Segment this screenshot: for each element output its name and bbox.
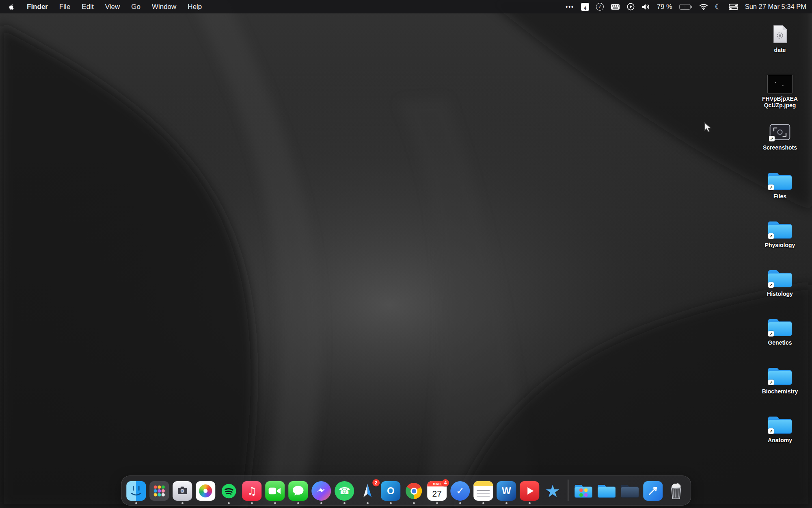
dock-messages[interactable] xyxy=(288,481,308,501)
dock-navigation[interactable]: 2 xyxy=(358,481,377,501)
dock-shared-app[interactable] xyxy=(643,481,663,501)
menu-file[interactable]: File xyxy=(59,3,70,11)
running-indicator xyxy=(135,502,137,504)
desktop-icon-screenshots[interactable]: ↗ Screenshots xyxy=(749,116,810,165)
folder-icon: ↗ xyxy=(767,360,793,386)
alias-arrow-icon: ↗ xyxy=(768,380,774,385)
desktop-icon-label: Anatomy xyxy=(768,437,792,443)
dock-notes[interactable] xyxy=(473,481,493,501)
calendar-day: 27 xyxy=(427,486,447,501)
word-letter: W xyxy=(502,485,511,497)
launchpad-icon xyxy=(149,481,169,501)
desktop-icon-column: date FHVpBjpXEAQcUZp.jpeg ↗ Screenshots … xyxy=(749,19,810,458)
running-indicator xyxy=(390,502,392,504)
dock-separator xyxy=(568,480,568,501)
alias-arrow-icon: ↗ xyxy=(768,331,774,336)
control-center-icon[interactable] xyxy=(729,4,738,10)
charging-bolt-icon xyxy=(680,4,690,9)
notification-badge: 2 xyxy=(372,479,380,486)
desktop-icon-label: Genetics xyxy=(768,339,792,346)
dock-documents-folder[interactable] xyxy=(597,481,616,501)
running-indicator xyxy=(320,502,322,504)
folder-icon: ↗ xyxy=(767,311,793,337)
dock-trash[interactable] xyxy=(666,481,686,501)
overflow-menu-icon[interactable]: ••• xyxy=(566,4,574,10)
dock-messenger[interactable] xyxy=(311,481,331,501)
trash-icon xyxy=(666,481,686,501)
running-indicator xyxy=(251,502,253,504)
running-indicator xyxy=(482,502,484,504)
dock-applications-folder[interactable] xyxy=(574,481,593,501)
desktop-icon-physiology[interactable]: ↗ Physiology xyxy=(749,214,810,263)
alias-arrow-icon: ↗ xyxy=(769,136,775,141)
things-checkmark-icon: ✓ xyxy=(450,481,470,501)
menu-edit[interactable]: Edit xyxy=(82,3,93,11)
desktop-icon-jpeg[interactable]: FHVpBjpXEAQcUZp.jpeg xyxy=(749,67,810,116)
music-note-icon: ♫ xyxy=(247,486,257,496)
wifi-menu-icon[interactable] xyxy=(699,3,708,10)
desktop-icon-genetics[interactable]: ↗ Genetics xyxy=(749,311,810,360)
desktop-icon-histology[interactable]: ↗ Histology xyxy=(749,263,810,311)
tasks-menu-icon[interactable]: ✓ xyxy=(596,3,604,11)
apple-music-icon: ♫ xyxy=(242,481,261,501)
facetime-icon xyxy=(265,481,285,501)
battery-icon[interactable] xyxy=(679,4,692,10)
active-app-menu[interactable]: Finder xyxy=(27,3,48,11)
folder-icon: ↗ xyxy=(767,165,793,191)
running-indicator xyxy=(413,502,415,504)
apple-menu-icon[interactable] xyxy=(8,3,17,11)
alias-arrow-icon: ↗ xyxy=(768,282,774,288)
desktop-icon-files[interactable]: ↗ Files xyxy=(749,165,810,214)
screenshots-app-icon: ↗ xyxy=(768,116,792,142)
dock-things[interactable]: ✓ xyxy=(450,481,470,501)
running-indicator xyxy=(436,502,438,504)
dock-downloads-folder[interactable] xyxy=(620,481,639,501)
dock-launchpad[interactable] xyxy=(149,481,169,501)
alias-arrow-icon: ↗ xyxy=(768,233,774,239)
dock-word[interactable]: W xyxy=(497,481,516,501)
dock-finder[interactable] xyxy=(126,481,146,501)
dock-whatsapp[interactable]: ☎ xyxy=(335,481,354,501)
keyboard-menu-icon[interactable] xyxy=(611,4,620,10)
desktop-icon-date[interactable]: date xyxy=(749,19,810,67)
menu-help[interactable]: Help xyxy=(188,3,202,11)
dock-calendar[interactable]: MAR 27 4 xyxy=(427,481,447,501)
folder-icon: ↗ xyxy=(767,263,793,289)
desktop-icon-label: FHVpBjpXEAQcUZp.jpeg xyxy=(760,96,799,109)
photos-flower-icon xyxy=(199,484,212,497)
running-indicator xyxy=(228,502,230,504)
dock-music[interactable]: ♫ xyxy=(242,481,261,501)
desktop-icon-biochemistry[interactable]: ↗ Biochemistry xyxy=(749,360,810,409)
dock-spotify[interactable] xyxy=(219,481,238,501)
outlook-letter: O xyxy=(387,485,395,497)
menu-bar-clock[interactable]: Sun 27 Mar 5:34 PM xyxy=(745,3,806,11)
notification-badge: 4 xyxy=(442,479,449,486)
calendar-menu-icon[interactable]: 4 xyxy=(581,3,589,11)
applications-folder-icon xyxy=(574,481,593,501)
dock-photos[interactable] xyxy=(196,481,215,501)
desktop-icon-anatomy[interactable]: ↗ Anatomy xyxy=(749,409,810,458)
menu-view[interactable]: View xyxy=(105,3,120,11)
script-file-icon xyxy=(771,19,789,45)
dock-facetime[interactable] xyxy=(265,481,285,501)
now-playing-menu-icon[interactable] xyxy=(627,3,635,11)
dock-screenshot[interactable] xyxy=(173,481,192,501)
menu-bar: Finder File Edit View Go Window Help •••… xyxy=(0,0,812,13)
dock-outlook[interactable]: O xyxy=(381,481,400,501)
screenshot-app-icon xyxy=(173,481,192,501)
dock-chrome[interactable] xyxy=(404,481,423,501)
dark-folder-icon xyxy=(620,481,639,501)
running-indicator xyxy=(505,502,508,504)
alias-arrow-icon: ↗ xyxy=(768,428,774,434)
dock-media-player[interactable] xyxy=(520,481,539,501)
focus-moon-icon[interactable]: ☾ xyxy=(715,3,722,11)
running-indicator xyxy=(459,502,461,504)
volume-menu-icon[interactable] xyxy=(641,3,650,11)
dock-anki[interactable]: ★ xyxy=(543,481,562,501)
menu-window[interactable]: Window xyxy=(152,3,176,11)
chrome-icon xyxy=(404,481,423,501)
desktop-wallpaper[interactable] xyxy=(0,0,812,508)
menu-go[interactable]: Go xyxy=(131,3,140,11)
photos-icon xyxy=(196,481,215,501)
finder-icon xyxy=(126,481,146,501)
